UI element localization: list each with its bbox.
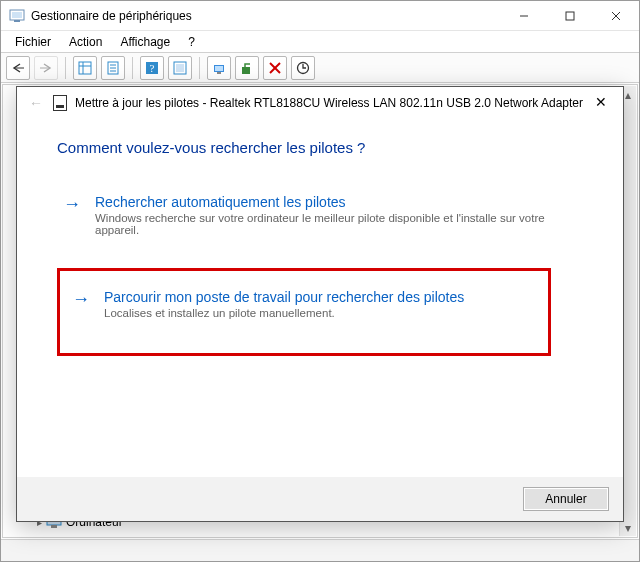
svg-rect-23	[242, 67, 250, 74]
svg-text:?: ?	[150, 62, 155, 74]
toolbar-separator	[132, 57, 133, 79]
titlebar: Gestionnaire de périphériques	[1, 1, 639, 31]
arrow-right-icon: →	[61, 194, 83, 214]
update-driver-dialog: ✕ ← Mettre à jour les pilotes - Realtek …	[16, 86, 624, 522]
svg-rect-22	[215, 66, 223, 71]
option-description: Windows recherche sur votre ordinateur l…	[95, 212, 555, 236]
dialog-header: ← Mettre à jour les pilotes - Realtek RT…	[17, 87, 623, 115]
show-hide-tree-button[interactable]	[73, 56, 97, 80]
window-title: Gestionnaire de périphériques	[31, 9, 501, 23]
properties-button[interactable]	[101, 56, 125, 80]
help-button[interactable]: ?	[140, 56, 164, 80]
disable-device-button[interactable]	[263, 56, 287, 80]
option-description: Localises et installez un pilote manuell…	[104, 307, 464, 319]
svg-rect-19	[176, 64, 184, 72]
update-driver-button[interactable]	[207, 56, 231, 80]
back-arrow-icon: ←	[29, 95, 43, 111]
uninstall-device-button[interactable]	[235, 56, 259, 80]
svg-rect-2	[14, 20, 20, 22]
spacer	[57, 246, 595, 268]
option-browse-computer[interactable]: → Parcourir mon poste de travail pour re…	[66, 279, 542, 329]
cancel-button[interactable]: Annuler	[523, 487, 609, 511]
menu-action[interactable]: Action	[65, 33, 106, 51]
svg-rect-1	[12, 12, 22, 18]
back-button[interactable]	[6, 56, 30, 80]
menu-help[interactable]: ?	[184, 33, 199, 51]
close-button[interactable]	[593, 1, 639, 31]
svg-rect-9	[79, 62, 91, 74]
menubar: Fichier Action Affichage ?	[1, 31, 639, 53]
svg-rect-28	[51, 525, 57, 528]
svg-rect-21	[217, 72, 221, 74]
app-icon	[9, 8, 25, 24]
svg-rect-4	[566, 12, 574, 20]
menu-file[interactable]: Fichier	[11, 33, 55, 51]
dialog-body: Comment voulez-vous rechercher les pilot…	[17, 115, 623, 477]
forward-button[interactable]	[34, 56, 58, 80]
option-title: Parcourir mon poste de travail pour rech…	[104, 289, 464, 305]
scan-hardware-button[interactable]	[168, 56, 192, 80]
toolbar-separator	[65, 57, 66, 79]
highlight-annotation: → Parcourir mon poste de travail pour re…	[57, 268, 551, 356]
enable-device-button[interactable]	[291, 56, 315, 80]
arrow-right-icon: →	[70, 289, 92, 309]
toolbar-separator	[199, 57, 200, 79]
statusbar	[1, 539, 639, 561]
dialog-question: Comment voulez-vous rechercher les pilot…	[57, 139, 595, 156]
device-icon	[53, 95, 67, 111]
maximize-button[interactable]	[547, 1, 593, 31]
minimize-button[interactable]	[501, 1, 547, 31]
toolbar: ?	[1, 53, 639, 83]
dialog-footer: Annuler	[17, 477, 623, 521]
dialog-close-button[interactable]: ✕	[585, 91, 617, 113]
dialog-title: Mettre à jour les pilotes - Realtek RTL8…	[75, 96, 583, 110]
option-title: Rechercher automatiquement les pilotes	[95, 194, 555, 210]
menu-view[interactable]: Affichage	[116, 33, 174, 51]
option-auto-search[interactable]: → Rechercher automatiquement les pilotes…	[57, 184, 595, 246]
